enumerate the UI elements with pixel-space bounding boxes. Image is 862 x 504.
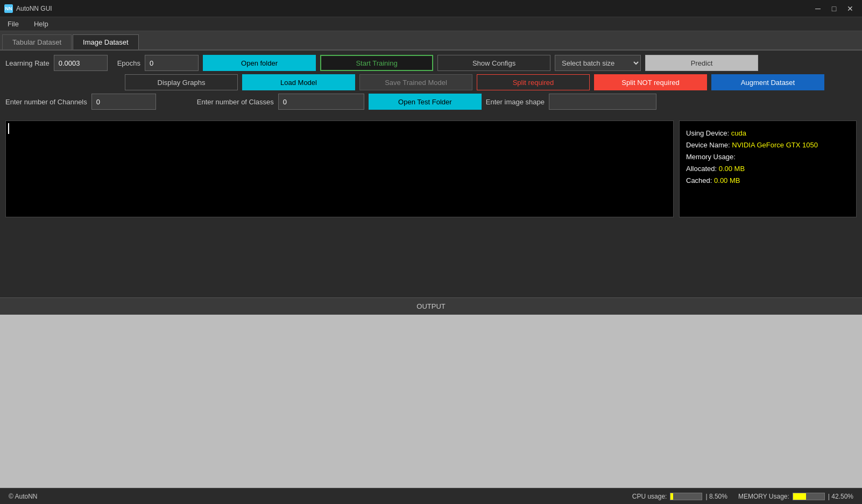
load-model-button[interactable]: Load Model xyxy=(242,74,355,90)
menu-file[interactable]: File xyxy=(4,19,22,29)
output-label-bar: OUTPUT xyxy=(0,297,862,315)
device-line: Using Device: cuda xyxy=(686,127,850,139)
classes-input[interactable] xyxy=(278,94,364,110)
info-panel: Using Device: cuda Device Name: NVIDIA G… xyxy=(679,120,857,217)
minimize-button[interactable]: ─ xyxy=(810,3,825,14)
output-label: OUTPUT xyxy=(416,302,445,310)
mem-bar xyxy=(793,493,825,500)
menu-help[interactable]: Help xyxy=(31,19,52,29)
cached-value: 0.00 MB xyxy=(714,176,740,184)
channels-input[interactable] xyxy=(91,94,156,110)
device-value: cuda xyxy=(731,129,746,137)
split-required-button[interactable]: Split required xyxy=(477,74,590,90)
mem-bar-fill xyxy=(793,493,807,500)
titlebar-left: NN AutoNN GUI xyxy=(4,4,52,13)
open-test-folder-button[interactable]: Open Test Folder xyxy=(369,94,482,110)
workarea: Using Device: cuda Device Name: NVIDIA G… xyxy=(0,117,862,297)
mem-percent: | 42.50% xyxy=(828,493,853,500)
memory-usage-label: Memory Usage: xyxy=(686,153,736,161)
titlebar-controls: ─ □ ✕ xyxy=(810,3,858,14)
device-name-label: Device Name: xyxy=(686,141,732,149)
display-graphs-button[interactable]: Display Graphs xyxy=(125,74,238,90)
device-label: Using Device: xyxy=(686,129,731,137)
maximize-button[interactable]: □ xyxy=(826,3,842,14)
cpu-bar-fill xyxy=(670,493,673,500)
menubar: File Help xyxy=(0,17,862,31)
channels-label: Enter number of Channels xyxy=(5,98,87,106)
cpu-usage-block: CPU usage: | 8.50% xyxy=(632,493,727,500)
mem-label: MEMORY Usage: xyxy=(738,493,789,500)
allocated-label: Allocated: xyxy=(686,165,719,173)
save-trained-model-button[interactable]: Save Trained Model xyxy=(359,74,472,90)
cpu-label: CPU usage: xyxy=(632,493,667,500)
learning-rate-input[interactable] xyxy=(54,55,108,71)
cached-label: Cached: xyxy=(686,176,714,184)
app-title: AutoNN GUI xyxy=(16,5,52,12)
epochs-label: Epochs xyxy=(117,59,140,67)
output-area xyxy=(0,315,862,488)
show-configs-button[interactable]: Show Configs xyxy=(437,55,550,71)
classes-label: Enter number of Classes xyxy=(197,98,274,106)
controls-row-1: Learning Rate Epochs Open folder Start T… xyxy=(5,55,857,71)
image-shape-input[interactable] xyxy=(549,94,656,110)
controls-row-2: Display Graphs Load Model Save Trained M… xyxy=(5,74,857,90)
predict-button[interactable]: Predict xyxy=(645,55,758,71)
augment-dataset-button[interactable]: Augment Dataset xyxy=(711,74,824,90)
open-folder-button[interactable]: Open folder xyxy=(203,55,316,71)
learning-rate-label: Learning Rate xyxy=(5,59,50,67)
device-name-value: NVIDIA GeForce GTX 1050 xyxy=(732,141,818,149)
tab-image[interactable]: Image Dataset xyxy=(73,34,139,49)
titlebar: NN AutoNN GUI ─ □ ✕ xyxy=(0,0,862,17)
canvas-cursor xyxy=(8,123,9,134)
split-not-required-button[interactable]: Split NOT required xyxy=(594,74,707,90)
tabbar: Tabular Dataset Image Dataset xyxy=(0,31,862,51)
image-shape-label: Enter image shape xyxy=(486,98,545,106)
device-name-line: Device Name: NVIDIA GeForce GTX 1050 xyxy=(686,139,850,151)
epochs-input[interactable] xyxy=(145,55,199,71)
allocated-value: 0.00 MB xyxy=(719,165,745,173)
app-icon: NN xyxy=(4,4,13,13)
controls-row-3: Enter number of Channels Enter number of… xyxy=(5,94,857,110)
close-button[interactable]: ✕ xyxy=(843,3,858,14)
cpu-percent: | 8.50% xyxy=(705,493,727,500)
statusbar-right: CPU usage: | 8.50% MEMORY Usage: | 42.50… xyxy=(632,493,853,500)
canvas-area xyxy=(5,120,674,217)
memory-usage-line: Memory Usage: xyxy=(686,151,850,163)
cpu-bar xyxy=(670,493,702,500)
statusbar-copyright: © AutoNN xyxy=(9,493,38,500)
tab-tabular[interactable]: Tabular Dataset xyxy=(2,34,72,49)
statusbar: © AutoNN CPU usage: | 8.50% MEMORY Usage… xyxy=(0,488,862,504)
cached-line: Cached: 0.00 MB xyxy=(686,175,850,187)
mem-usage-block: MEMORY Usage: | 42.50% xyxy=(738,493,853,500)
controls-panel: Learning Rate Epochs Open folder Start T… xyxy=(0,51,862,117)
batch-size-select[interactable]: Select batch size 16 32 64 128 xyxy=(555,55,641,71)
main-content: Learning Rate Epochs Open folder Start T… xyxy=(0,51,862,488)
start-training-button[interactable]: Start Training xyxy=(320,55,433,71)
mem-bar-container xyxy=(793,493,825,500)
cpu-bar-container xyxy=(670,493,702,500)
allocated-line: Allocated: 0.00 MB xyxy=(686,163,850,175)
